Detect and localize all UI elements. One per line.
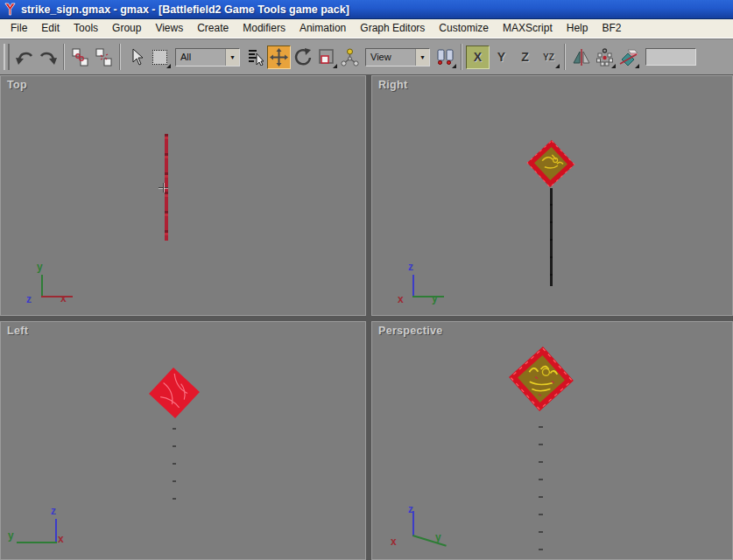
selection-filter-dropdown[interactable]: All ▼ bbox=[175, 48, 240, 66]
axis-label-corner: z bbox=[26, 293, 32, 305]
menu-item-customize[interactable]: Customize bbox=[432, 19, 496, 38]
mirror-button[interactable] bbox=[569, 46, 593, 69]
rotate-icon bbox=[293, 48, 312, 66]
link-icon bbox=[71, 48, 89, 66]
axis-line-side bbox=[17, 542, 57, 543]
sign-pole[interactable] bbox=[550, 188, 553, 286]
axis-line-up bbox=[41, 275, 43, 298]
title-bar[interactable]: strike_sign.gmax - gmax - [Battlefield2 … bbox=[0, 0, 733, 19]
use-pivot-point-center-button[interactable] bbox=[433, 46, 457, 69]
menu-item-views[interactable]: Views bbox=[148, 19, 190, 38]
select-and-link-button[interactable] bbox=[68, 46, 92, 69]
rectangular-selection-region-button[interactable] bbox=[148, 46, 172, 69]
menu-item-create[interactable]: Create bbox=[190, 19, 236, 38]
pivot-center-icon bbox=[436, 48, 455, 66]
selection-region-icon bbox=[152, 50, 167, 65]
manipulate-icon bbox=[341, 48, 359, 66]
named-selections-button[interactable] bbox=[617, 46, 640, 69]
viewport-perspective[interactable]: Perspective z x y bbox=[371, 321, 733, 560]
menu-item-edit[interactable]: Edit bbox=[34, 19, 67, 38]
gmax-window: strike_sign.gmax - gmax - [Battlefield2 … bbox=[0, 0, 733, 560]
restrict-yz-plane-button[interactable]: YZ bbox=[537, 46, 560, 69]
axis-label-corner: x bbox=[58, 533, 64, 545]
mirror-icon bbox=[572, 49, 591, 66]
axis-tripod: z x y bbox=[388, 264, 449, 306]
toolbar-grip[interactable] bbox=[4, 44, 10, 70]
select-and-scale-button[interactable] bbox=[314, 46, 338, 69]
sign-model[interactable] bbox=[506, 344, 576, 414]
viewport-top[interactable]: Top y z x bbox=[0, 75, 366, 316]
sign-model[interactable] bbox=[146, 365, 202, 421]
menu-item-bf2[interactable]: BF2 bbox=[595, 19, 628, 38]
main-toolbar: All ▼ bbox=[0, 38, 733, 74]
menu-item-file[interactable]: File bbox=[4, 19, 34, 38]
eraser-diamond-icon bbox=[618, 48, 638, 66]
select-and-rotate-button[interactable] bbox=[291, 46, 314, 69]
move-icon bbox=[270, 48, 288, 66]
select-arrow-icon bbox=[129, 48, 144, 66]
select-object-button[interactable] bbox=[124, 46, 148, 69]
axis-label-corner: x bbox=[398, 293, 404, 305]
axis-label-up: y bbox=[37, 261, 43, 273]
sign-model[interactable] bbox=[525, 137, 577, 190]
axis-label-corner: x bbox=[391, 536, 397, 548]
dropdown-arrow-icon[interactable]: ▼ bbox=[225, 49, 239, 66]
restrict-z-label: Z bbox=[521, 50, 529, 64]
axis-line-side bbox=[412, 296, 444, 298]
restrict-x-label: X bbox=[474, 50, 482, 64]
toolbar-separator bbox=[63, 44, 65, 70]
select-and-move-button[interactable] bbox=[267, 46, 291, 69]
gmax-logo-icon bbox=[4, 3, 17, 16]
axis-tripod: z x y bbox=[6, 507, 80, 552]
menu-bar: File Edit Tools Group Views Create Modif… bbox=[0, 19, 733, 38]
coord-system-value: View bbox=[366, 49, 415, 66]
axis-tripod: y z x bbox=[17, 264, 78, 306]
selection-filter-value: All bbox=[176, 49, 225, 66]
restrict-z-button[interactable]: Z bbox=[513, 46, 537, 69]
restrict-yz-label: YZ bbox=[543, 52, 554, 62]
window-title: strike_sign.gmax - gmax - [Battlefield2 … bbox=[21, 4, 349, 16]
axis-label-side: y bbox=[8, 529, 14, 542]
sign-pole[interactable] bbox=[173, 412, 176, 507]
menu-item-group[interactable]: Group bbox=[105, 19, 148, 38]
undo-icon bbox=[15, 49, 34, 66]
menu-item-help[interactable]: Help bbox=[560, 19, 596, 38]
toolbar-separator bbox=[119, 44, 121, 70]
axis-label-up: z bbox=[51, 505, 56, 517]
menu-item-tools[interactable]: Tools bbox=[67, 19, 105, 38]
axis-line-side bbox=[41, 296, 73, 298]
restrict-x-button[interactable]: X bbox=[466, 46, 490, 69]
axis-tripod: z x y bbox=[384, 505, 458, 554]
viewport-label: Left bbox=[7, 325, 28, 337]
unlink-icon bbox=[95, 48, 113, 66]
menu-item-animation[interactable]: Animation bbox=[292, 19, 353, 38]
axis-line-up bbox=[412, 275, 414, 298]
viewport-grid: Top y z x Right bbox=[0, 75, 733, 560]
dropdown-arrow-icon[interactable]: ▼ bbox=[415, 49, 429, 66]
axis-label-up: z bbox=[408, 503, 413, 515]
menu-item-modifiers[interactable]: Modifiers bbox=[236, 19, 292, 38]
align-button[interactable] bbox=[593, 46, 617, 69]
toolbar-separator bbox=[564, 44, 566, 70]
menu-item-maxscript[interactable]: MAXScript bbox=[496, 19, 560, 38]
axis-label-side: x bbox=[60, 292, 67, 304]
named-selection-field[interactable] bbox=[645, 48, 696, 66]
reference-coordinate-system-dropdown[interactable]: View ▼ bbox=[365, 48, 430, 66]
menu-item-graph-editors[interactable]: Graph Editors bbox=[353, 19, 432, 38]
viewport-label: Perspective bbox=[378, 325, 442, 337]
move-cursor bbox=[159, 183, 168, 192]
restrict-y-button[interactable]: Y bbox=[490, 46, 513, 69]
select-by-name-button[interactable] bbox=[243, 46, 267, 69]
viewport-right[interactable]: Right z x y bbox=[371, 75, 733, 316]
scale-icon bbox=[318, 48, 335, 66]
select-and-manipulate-button[interactable] bbox=[338, 46, 362, 69]
redo-button[interactable] bbox=[36, 46, 60, 69]
undo-button[interactable] bbox=[12, 46, 36, 69]
axis-label-side: y bbox=[435, 531, 441, 543]
align-icon bbox=[596, 48, 614, 66]
unlink-selection-button[interactable] bbox=[92, 46, 116, 69]
viewport-left[interactable]: Left z x y bbox=[0, 321, 366, 560]
sign-pole[interactable] bbox=[539, 410, 543, 556]
axis-line-side bbox=[412, 535, 447, 547]
axis-line-up bbox=[55, 519, 57, 543]
